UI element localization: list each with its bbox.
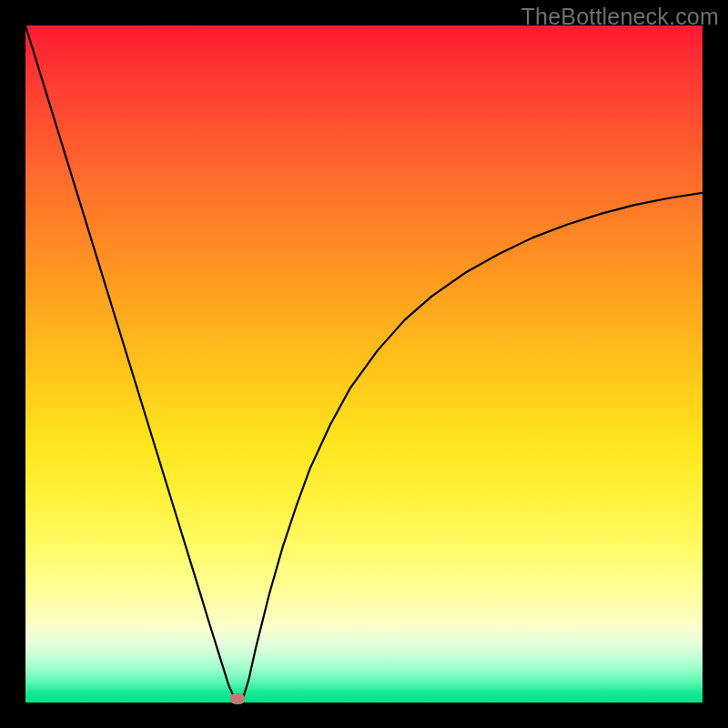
optimal-point-marker bbox=[230, 693, 245, 704]
chart-frame: TheBottleneck.com bbox=[0, 0, 728, 728]
bottleneck-curve bbox=[25, 25, 703, 702]
watermark-text: TheBottleneck.com bbox=[521, 4, 719, 30]
curve-svg bbox=[25, 25, 703, 703]
